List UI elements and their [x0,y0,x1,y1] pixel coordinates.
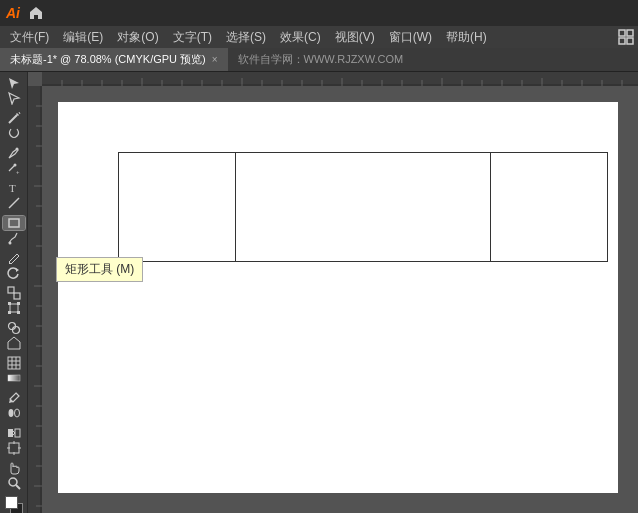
rotate-tool[interactable] [3,266,25,280]
menu-view[interactable]: 视图(V) [329,27,381,48]
svg-rect-22 [8,357,20,369]
svg-point-37 [9,478,17,486]
svg-point-20 [8,323,15,330]
menu-text[interactable]: 文字(T) [167,27,218,48]
left-toolbar: + T [0,72,28,513]
eyedropper-tool[interactable] [3,391,25,405]
active-tab[interactable]: 未标题-1* @ 78.08% (CMYK/GPU 预览) × [0,48,228,71]
svg-point-7 [13,164,16,167]
fill-indicator[interactable] [5,496,18,509]
tab-bar: 未标题-1* @ 78.08% (CMYK/GPU 预览) × 软件自学网：WW… [0,48,638,72]
menu-effects[interactable]: 效果(C) [274,27,327,48]
blend-tool[interactable] [3,406,25,420]
perspective-tool[interactable] [3,336,25,350]
rect-drawing-group [118,152,608,262]
svg-rect-39 [42,72,638,86]
svg-text:+: + [16,169,20,175]
svg-rect-16 [8,302,11,305]
canvas-area: 矩形工具 (M) [28,72,638,513]
svg-rect-0 [619,30,625,36]
tab-close-button[interactable]: × [212,54,218,65]
svg-point-29 [14,409,19,417]
gradient-tool[interactable] [3,371,25,385]
svg-rect-31 [15,429,20,437]
svg-rect-71 [28,86,42,513]
lasso-tool[interactable] [3,126,25,140]
ruler-horizontal [42,72,638,86]
artboard [58,102,618,493]
title-bar: Ai [0,0,638,26]
rect-2 [236,152,492,262]
svg-point-21 [12,327,19,334]
svg-line-5 [19,112,20,114]
main-area: + T [0,72,638,513]
pen-tool[interactable] [3,146,25,160]
mesh-tool[interactable] [3,356,25,370]
svg-rect-3 [627,38,633,44]
home-icon [28,5,44,21]
free-transform-tool[interactable] [3,301,25,315]
svg-point-6 [15,148,18,151]
svg-rect-32 [9,443,19,453]
menu-bar: 文件(F) 编辑(E) 对象(O) 文字(T) 选择(S) 效果(C) 视图(V… [0,26,638,48]
svg-point-28 [8,409,13,417]
artboard-tool[interactable] [3,441,25,455]
type-tool[interactable]: T [3,181,25,195]
line-tool[interactable] [3,196,25,210]
select-tool[interactable] [3,76,25,90]
svg-rect-27 [8,375,20,381]
menu-help[interactable]: 帮助(H) [440,27,493,48]
svg-rect-14 [14,293,20,299]
pencil-tool[interactable] [3,251,25,265]
svg-rect-18 [8,311,11,314]
svg-rect-19 [17,311,20,314]
svg-point-12 [8,242,11,245]
shape-builder-tool[interactable] [3,321,25,335]
menu-object[interactable]: 对象(O) [111,27,164,48]
rect-1 [118,152,236,262]
color-area: ⇄ [0,496,28,513]
svg-rect-30 [8,429,13,437]
svg-line-10 [9,198,19,208]
zoom-tool[interactable] [3,476,25,490]
add-anchor-tool[interactable]: + [3,161,25,175]
svg-rect-13 [8,287,14,293]
svg-rect-1 [627,30,633,36]
paintbrush-tool[interactable] [3,231,25,245]
menu-edit[interactable]: 编辑(E) [57,27,109,48]
svg-rect-15 [10,304,18,312]
rect-tool[interactable] [3,216,25,230]
menu-file[interactable]: 文件(F) [4,27,55,48]
svg-rect-2 [619,38,625,44]
rect-3 [491,152,608,262]
tab-extra-text: 软件自学网：WWW.RJZXW.COM [228,48,638,71]
svg-rect-17 [17,302,20,305]
magic-wand-tool[interactable] [3,111,25,125]
ai-logo: Ai [6,5,20,21]
hand-tool[interactable] [3,461,25,475]
svg-line-38 [16,485,20,489]
svg-text:T: T [9,182,16,194]
scale-tool[interactable] [3,286,25,300]
svg-rect-11 [9,219,19,227]
svg-line-4 [9,115,17,123]
direct-select-tool[interactable] [3,91,25,105]
layout-icon[interactable] [618,29,634,45]
live-paint-tool[interactable] [3,426,25,440]
ruler-vertical [28,86,42,513]
tab-title: 未标题-1* @ 78.08% (CMYK/GPU 预览) [10,52,206,67]
menu-select[interactable]: 选择(S) [220,27,272,48]
menu-window[interactable]: 窗口(W) [383,27,438,48]
